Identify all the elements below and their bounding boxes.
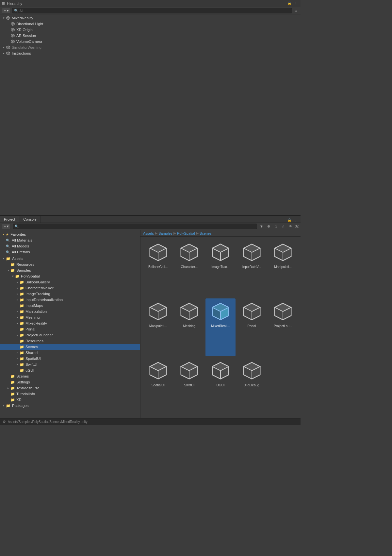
sidebar-item-scenes[interactable]: ▸📁Scenes — [0, 344, 140, 350]
hierarchy-item-mixed-reality[interactable]: ▾ MixedReality — [0, 15, 301, 21]
asset-item-manipulati-1[interactable]: Manipulati... — [268, 239, 298, 297]
asset-item-balloon-gall[interactable]: BalloonGall... — [143, 239, 173, 297]
sidebar-item-label: TutorialInfo — [16, 392, 35, 396]
sidebar-assets-header[interactable]: ▾ 📁 Assets — [0, 256, 140, 261]
tab-console[interactable]: Console — [19, 216, 41, 223]
asset-item-input-data-v[interactable]: InputDataV... — [237, 239, 267, 297]
sidebar-item-scenes-root[interactable]: ▸📁Scenes — [0, 373, 140, 379]
folder-arrow[interactable]: ▸ — [6, 386, 10, 390]
tree-arrow-icon[interactable]: ▸ — [1, 51, 6, 56]
info-icon[interactable]: ℹ — [273, 224, 279, 229]
tab-project[interactable]: Project — [0, 216, 19, 223]
folder-arrow[interactable]: ▾ — [10, 274, 15, 278]
visible-icon[interactable]: 👁 — [288, 224, 293, 229]
sidebar-item-all-models[interactable]: 🔍 All Models — [0, 243, 140, 249]
sidebar-packages-header[interactable]: ▸ 📁 Packages — [0, 403, 140, 409]
asset-item-mixed-reali[interactable]: MixedReali... — [205, 298, 236, 356]
sidebar-item-meshing[interactable]: ▸📁Meshing — [0, 314, 140, 320]
sidebar-item-settings[interactable]: ▸📁Settings — [0, 379, 140, 385]
more-icon[interactable]: ⋮ — [293, 1, 299, 6]
asset-item-xri-debug[interactable]: XRIDebug — [237, 358, 267, 415]
lock-icon[interactable]: 🔒 — [287, 1, 292, 6]
folder-arrow[interactable]: ▸ — [15, 286, 20, 290]
sidebar-item-all-materials[interactable]: 🔍 All Materials — [0, 237, 140, 243]
sidebar-item-samples[interactable]: ▾📁Samples — [0, 267, 140, 273]
sidebar-item-mixed-reality-folder[interactable]: ▸📁MixedReality — [0, 320, 140, 326]
sidebar-item-tutorial-info[interactable]: ▸📁TutorialInfo — [0, 391, 140, 397]
more-icon-project[interactable]: ⋮ — [293, 217, 299, 223]
sidebar-item-textmesh-pro[interactable]: ▸📁TextMesh Pro — [0, 385, 140, 391]
breadcrumb-assets[interactable]: Assets — [143, 231, 154, 235]
sidebar-item-character-walker[interactable]: ▸📁CharacterWalker — [0, 285, 140, 291]
breadcrumb-scenes[interactable]: Scenes — [200, 231, 212, 235]
folder-arrow[interactable]: ▸ — [15, 297, 20, 302]
hierarchy-add-button[interactable]: + ▾ — [2, 8, 11, 13]
collapse-icon[interactable]: ⊟ — [293, 8, 299, 13]
sidebar-item-manipulation[interactable]: ▸📁Manipulation — [0, 309, 140, 314]
tab-console-label: Console — [23, 217, 36, 221]
folder-arrow[interactable]: ▸ — [15, 362, 20, 367]
star-icon[interactable]: ☆ — [281, 224, 286, 229]
asset-item-project-lau[interactable]: ProjectLau... — [268, 298, 298, 356]
folder-arrow[interactable]: ▸ — [15, 309, 20, 314]
tree-item-icon — [6, 45, 10, 50]
sidebar-favorites-header[interactable]: ▾ ★ Favorites — [0, 231, 140, 237]
project-search-input[interactable] — [19, 225, 255, 228]
sidebar-item-input-maps[interactable]: ▸📁InputMaps — [0, 303, 140, 309]
sidebar-item-balloon-gallery[interactable]: ▸📁BalloonGallery — [0, 279, 140, 285]
project-add-button[interactable]: + ▾ — [2, 224, 11, 229]
sidebar-item-spatial-ui[interactable]: ▸📁SpatialUI — [0, 356, 140, 362]
asset-icon — [240, 241, 264, 264]
folder-arrow[interactable]: ▸ — [15, 315, 20, 320]
sidebar-item-label: BalloonGallery — [25, 280, 50, 284]
asset-item-portal[interactable]: Portal — [237, 298, 267, 356]
sidebar-item-u-gui[interactable]: ▸📁uGUI — [0, 367, 140, 373]
asset-item-swift-ui[interactable]: SwiftUI — [174, 358, 204, 415]
asset-item-meshing[interactable]: Meshing — [174, 298, 204, 356]
folder-arrow[interactable]: ▸ — [15, 356, 20, 361]
hierarchy-search-input[interactable] — [19, 9, 290, 13]
sidebar-item-polyspatial[interactable]: ▾📁PolySpatial — [0, 273, 140, 279]
asset-item-label: UGUI — [216, 383, 224, 387]
hierarchy-item-volume-camera[interactable]: ▸ VolumeCamera — [0, 39, 301, 44]
lock-icon-project[interactable]: 🔒 — [287, 217, 292, 223]
hierarchy-menu-icon[interactable]: ☰ — [2, 2, 5, 5]
hierarchy-item-instructions[interactable]: ▸ Instructions — [0, 50, 301, 56]
eye-icon[interactable]: 👁 — [259, 224, 264, 229]
sidebar-item-label: All Models — [11, 244, 29, 248]
asset-item-character[interactable]: Character... — [174, 239, 204, 297]
folder-arrow[interactable]: ▸ — [15, 280, 20, 284]
asset-item-manipulati-2[interactable]: Manipulati... — [143, 298, 173, 356]
asset-item-image-trac[interactable]: ImageTrac... — [205, 239, 236, 297]
search-icon: 🔍 — [6, 244, 10, 248]
sidebar-item-project-launcher[interactable]: ▸📁ProjectLauncher — [0, 332, 140, 338]
sidebar-item-input-data-visualization[interactable]: ▸📁InputDataVisualization — [0, 297, 140, 303]
asset-icon — [209, 300, 232, 323]
filter-icon[interactable]: ⊕ — [266, 224, 271, 229]
sidebar-item-image-tracking[interactable]: ▸📁ImageTracking — [0, 291, 140, 297]
hierarchy-item-simulator-warning[interactable]: ▸ SimulatorWarning — [0, 44, 301, 50]
folder-arrow[interactable]: ▾ — [6, 268, 10, 273]
folder-arrow[interactable]: ▸ — [15, 292, 20, 296]
tree-arrow-icon[interactable]: ▸ — [1, 45, 6, 50]
folder-arrow[interactable]: ▸ — [15, 333, 20, 337]
sidebar-item-swift-ui[interactable]: ▸📁SwiftUI — [0, 362, 140, 367]
hierarchy-item-xr-origin[interactable]: ▸ XR Origin — [0, 27, 301, 33]
sidebar-item-resources-2[interactable]: ▸📁Resources — [0, 338, 140, 344]
breadcrumb-samples[interactable]: Samples — [158, 231, 172, 235]
sidebar-item-portal[interactable]: ▸📁Portal — [0, 326, 140, 332]
asset-item-spatial-ui[interactable]: SpatialUI — [143, 358, 173, 415]
asset-item-ugui[interactable]: UGUI — [205, 358, 236, 415]
hierarchy-item-directional-light[interactable]: ▸ Directional Light — [0, 21, 301, 27]
folder-arrow[interactable]: ▸ — [15, 321, 20, 326]
tree-arrow-icon[interactable]: ▾ — [1, 16, 6, 20]
tree-item-label: XR Origin — [16, 28, 33, 32]
folder-arrow[interactable]: ▸ — [15, 350, 20, 355]
sidebar-item-xr[interactable]: ▸📁XR — [0, 397, 140, 403]
sidebar-item-shared[interactable]: ▸📁Shared — [0, 350, 140, 356]
sidebar-item-resources[interactable]: ▸📁Resources — [0, 261, 140, 267]
search-icon: 🔍 — [6, 250, 10, 254]
sidebar-item-all-prefabs[interactable]: 🔍 All Prefabs — [0, 249, 140, 255]
hierarchy-item-ar-session[interactable]: ▸ AR Session — [0, 33, 301, 39]
breadcrumb-polyspatial[interactable]: PolySpatial — [177, 231, 195, 235]
